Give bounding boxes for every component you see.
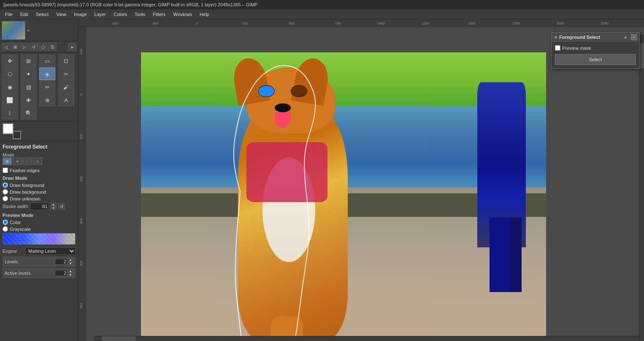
draw-mode-title: Draw Mode	[3, 176, 76, 181]
tool-brush[interactable]: 🖌	[58, 81, 74, 93]
image-thumbnail[interactable]	[2, 21, 25, 40]
nav-zoom-btn[interactable]: ⬡	[39, 43, 47, 51]
preview-mask-checkbox[interactable]	[555, 45, 560, 51]
tool-image-area: ×	[0, 19, 78, 41]
horizontal-scrollbar[interactable]	[94, 336, 639, 341]
svg-text:100: 100	[79, 134, 83, 140]
foreground-color[interactable]	[3, 123, 14, 134]
svg-text:2250: 2250	[601, 22, 609, 25]
menu-colors[interactable]: Colors	[110, 11, 130, 18]
tool-paint-bucket[interactable]: ◉	[2, 81, 18, 93]
active-levels-row: Active levels ▲ ▼	[3, 268, 76, 278]
tool-align[interactable]: ⊞	[21, 54, 37, 67]
active-levels-label: Active levels	[5, 271, 55, 276]
tool-blend[interactable]: ▤	[21, 81, 37, 93]
select-button[interactable]: Select	[555, 54, 636, 65]
active-levels-down-btn[interactable]: ▼	[68, 273, 73, 277]
draw-unknown-radio[interactable]	[3, 196, 8, 201]
svg-text:400: 400	[79, 260, 83, 266]
tool-transform[interactable]: ⊡	[58, 54, 74, 67]
stroke-down-btn[interactable]: ▼	[51, 206, 57, 210]
nav-next-btn[interactable]: ▷	[20, 43, 29, 51]
menu-file[interactable]: File	[2, 11, 16, 18]
svg-text:-100: -100	[79, 49, 83, 56]
stroke-up-btn[interactable]: ▲	[51, 203, 57, 206]
active-levels-input[interactable]	[55, 270, 68, 276]
menu-image[interactable]: Image	[70, 11, 90, 18]
draw-bg-radio[interactable]	[3, 189, 8, 195]
close-thumb[interactable]: ×	[27, 28, 30, 33]
nav-settings-btn[interactable]: ☰	[48, 43, 57, 51]
stroke-refresh-btn[interactable]: ↺	[58, 203, 65, 210]
mode-subtract-btn[interactable]: -	[23, 157, 32, 165]
vert-scroll-thumb[interactable]	[639, 43, 644, 68]
bg-person-legs2	[490, 217, 510, 292]
svg-text:-500: -500	[152, 22, 159, 25]
active-levels-up-btn[interactable]: ▲	[68, 269, 73, 273]
draw-unknown-label: Draw unknown	[10, 196, 41, 201]
menu-bar: File Edit Select View Image Layer Colors…	[0, 9, 644, 19]
dialog-up-icon[interactable]: ▲	[623, 35, 628, 39]
tool-move[interactable]: ✥	[2, 54, 18, 67]
fg-select-dialog: ◈ Foreground Select ▲ × Preview mask Sel…	[551, 32, 640, 69]
mode-intersect-btn[interactable]: ∩	[33, 157, 42, 165]
levels-label: Levels	[5, 259, 55, 264]
preview-grayscale-radio[interactable]	[3, 226, 8, 232]
tool-pencil[interactable]: ✏	[39, 81, 55, 93]
fg-select-titlebar: ◈ Foreground Select ▲ ×	[552, 32, 639, 42]
levels-up-btn[interactable]: ▲	[68, 258, 73, 262]
menu-help[interactable]: Help	[196, 11, 213, 18]
feather-edges-checkbox[interactable]	[3, 168, 8, 173]
mode-add-btn[interactable]: +	[13, 157, 22, 165]
tool-grid: ✥ ⊞ ▭ ⊡ ⬡ ✦ ◈ ✂ ◉ ▤ ✏ 🖌 ⬜ ✚ ⊕ A ⌇ 🔍	[0, 53, 78, 121]
draw-fg-label: Draw foreground	[10, 183, 44, 188]
tool-scissors[interactable]: ✂	[58, 68, 74, 80]
main-area: × ◁ ⊞ ▷ ↺ ⬡ ☰ ▸ ✥ ⊞ ▭ ⊡ ⬡ ✦ ◈ ✂ ◉ ▤ ✏ 🖌	[0, 19, 644, 341]
nav-prev-btn[interactable]: ◁	[2, 43, 10, 51]
tool-text[interactable]: A	[58, 94, 74, 106]
menu-select[interactable]: Select	[32, 11, 52, 18]
title-bar: [pexels-hnoody93-58997] (imported)-17.0 …	[0, 0, 644, 9]
horiz-scroll-thumb[interactable]	[102, 336, 136, 341]
mode-replace-btn[interactable]: ⊕	[3, 157, 12, 165]
tool-free-select[interactable]: ⬡	[2, 68, 18, 80]
stroke-width-label: Stroke width	[3, 204, 28, 209]
tool-fuzzy[interactable]: ✦	[21, 68, 37, 80]
svg-text:750: 750	[335, 22, 341, 25]
svg-text:1750: 1750	[512, 22, 520, 25]
svg-text:200: 200	[79, 176, 83, 182]
levels-down-btn[interactable]: ▼	[68, 262, 73, 265]
menu-edit[interactable]: Edit	[17, 11, 32, 18]
menu-tools[interactable]: Tools	[131, 11, 149, 18]
tool-paths[interactable]: ⌇	[2, 107, 18, 119]
stroke-spinner: ▲ ▼	[51, 203, 57, 210]
menu-windows[interactable]: Windows	[170, 11, 195, 18]
preview-color-label: Color	[10, 220, 21, 225]
fg-select-content: Preview mask Select	[552, 42, 639, 68]
engine-select[interactable]: Matting Levin Global Matting	[25, 247, 76, 255]
tool-options-panel: Foreground Select Mode ⊕ + - ∩ Feather e…	[0, 141, 78, 341]
svg-text:-250: -250	[111, 22, 119, 25]
vertical-scrollbar[interactable]	[639, 35, 644, 341]
tool-zoom[interactable]: 🔍	[21, 107, 37, 119]
tool-heal[interactable]: ✚	[21, 94, 37, 106]
levels-input[interactable]	[55, 259, 68, 265]
background-color[interactable]	[13, 131, 21, 139]
nav-refresh-btn[interactable]: ↺	[30, 43, 38, 51]
tool-fg-select[interactable]: ◈	[39, 68, 55, 80]
dialog-close-btn[interactable]: ×	[631, 34, 637, 40]
preview-color-radio[interactable]	[3, 219, 8, 225]
menu-filters[interactable]: Filters	[150, 11, 169, 18]
nav-images-btn[interactable]: ⊞	[11, 43, 19, 51]
stroke-width-input[interactable]	[30, 203, 49, 210]
menu-view[interactable]: View	[53, 11, 70, 18]
nav-expand-btn[interactable]: ▸	[68, 43, 76, 51]
mode-label: Mode	[3, 152, 14, 157]
menu-layer[interactable]: Layer	[91, 11, 110, 18]
draw-fg-radio[interactable]	[3, 182, 8, 188]
image-canvas[interactable]	[86, 27, 644, 341]
tool-crop[interactable]: ▭	[39, 54, 55, 67]
tool-eraser[interactable]: ⬜	[2, 94, 18, 106]
tool-clone[interactable]: ⊕	[39, 94, 55, 106]
preview-mode-title: Preview Mode	[3, 213, 76, 218]
